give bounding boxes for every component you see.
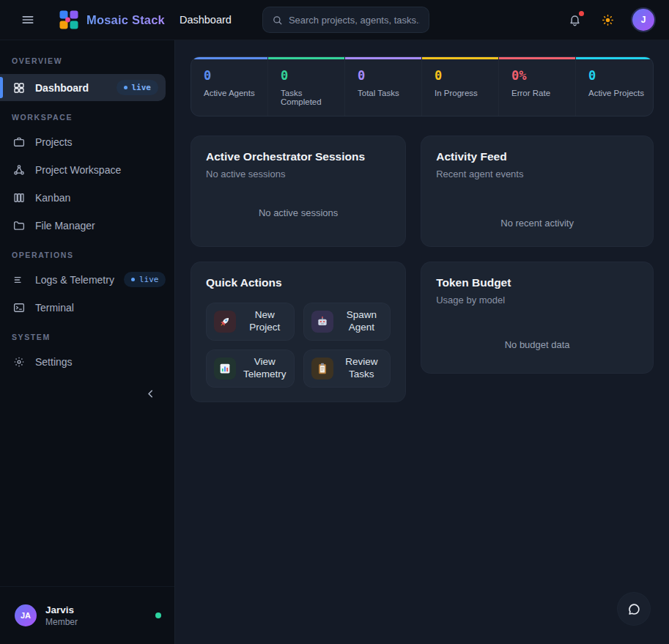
card-title: Active Orchestrator Sessions: [206, 150, 391, 163]
section-label-operations: OPERATIONS: [0, 245, 166, 265]
menu-toggle-button[interactable]: [18, 10, 38, 30]
live-badge: live: [124, 272, 166, 287]
chevron-left-icon: [144, 388, 157, 400]
hamburger-icon: [21, 12, 35, 27]
stat-label: Active Projects: [576, 89, 653, 97]
activity-feed-card: Activity Feed Recent agent events No rec…: [421, 136, 654, 247]
sidebar-nav: OVERVIEW .nav-item.active::before{backgr…: [0, 40, 174, 586]
sidebar-item-settings[interactable]: Settings: [0, 348, 166, 375]
section-label-system: SYSTEM: [0, 327, 166, 347]
main-content: 0 Active Agents 0 Tasks Completed 0 Tota…: [175, 40, 669, 644]
stats-row: 0 Active Agents 0 Tasks Completed 0 Tota…: [191, 56, 654, 116]
quick-actions-grid: New Project Spawn Agent View Telemetry: [206, 303, 391, 388]
chat-fab-button[interactable]: [617, 592, 651, 626]
stat-value: 0%: [499, 68, 575, 83]
stat-value: 0: [576, 68, 653, 83]
network-nodes-icon: [12, 163, 26, 177]
sidebar-item-label: Terminal: [35, 302, 158, 314]
card-subtitle: Recent agent events: [436, 169, 638, 179]
user-avatar[interactable]: J: [632, 9, 654, 31]
stat-accent-bar: [191, 57, 267, 59]
clipboard-icon: [311, 358, 333, 380]
sidebar-item-project-workspace[interactable]: Project Workspace: [0, 156, 166, 183]
chat-bubble-icon: [627, 602, 642, 617]
global-search[interactable]: [262, 7, 429, 33]
stat-label: Tasks Completed: [268, 89, 344, 106]
dashboard-grid-icon: [12, 81, 26, 95]
quick-actions-card: Quick Actions New Project Spawn Agent: [191, 262, 406, 402]
sidebar-item-label: Logs & Telemetry: [35, 274, 114, 286]
online-status-dot: [155, 612, 161, 618]
card-title: Token Budget: [436, 276, 638, 289]
stat-active-projects: 0 Active Projects: [576, 57, 653, 116]
user-initials-avatar: JA: [15, 604, 37, 626]
stat-value: 0: [191, 68, 267, 83]
user-profile[interactable]: JA Jarvis Member: [0, 586, 174, 644]
section-label-workspace: WORKSPACE: [0, 107, 166, 127]
stat-value: 0: [268, 68, 344, 83]
stat-accent-bar: [268, 57, 344, 59]
live-badge: live: [117, 80, 159, 95]
stat-active-agents: 0 Active Agents: [191, 57, 268, 116]
sidebar-item-label: Project Workspace: [35, 164, 158, 176]
sidebar-item-label: Settings: [35, 356, 158, 368]
stat-label: Total Tasks: [345, 89, 421, 97]
breadcrumb: Dashboard: [180, 14, 232, 26]
sidebar-item-kanban[interactable]: Kanban: [0, 184, 166, 211]
action-label: New Project: [243, 309, 287, 334]
card-title: Activity Feed: [436, 150, 638, 163]
app-title: Mosaic Stack: [86, 13, 165, 27]
action-label: Spawn Agent: [341, 309, 383, 334]
dashboard-cards-grid: Active Orchestrator Sessions No active s…: [191, 136, 654, 402]
theme-toggle-button[interactable]: [596, 9, 619, 32]
sidebar-item-label: File Manager: [35, 220, 158, 232]
mosaic-logo-icon: [59, 10, 79, 30]
review-tasks-button[interactable]: Review Tasks: [303, 349, 391, 388]
sidebar-collapse-button[interactable]: [141, 385, 160, 403]
section-label-overview: OVERVIEW: [0, 51, 166, 71]
stat-value: 0: [422, 68, 498, 83]
bar-chart-icon: [214, 358, 236, 380]
notifications-button[interactable]: [563, 9, 586, 32]
orchestrator-sessions-card: Active Orchestrator Sessions No active s…: [191, 136, 406, 247]
sidebar-item-projects[interactable]: Projects: [0, 128, 166, 155]
empty-state-text: No active sessions: [206, 207, 391, 218]
empty-state-text: No recent activity: [436, 218, 638, 229]
card-title: Quick Actions: [206, 276, 391, 289]
stat-error-rate: 0% Error Rate: [499, 57, 576, 116]
action-label: View Telemetry: [243, 356, 287, 381]
search-icon: [272, 15, 283, 26]
stat-total-tasks: 0 Total Tasks: [345, 57, 422, 116]
stat-label: Error Rate: [499, 89, 575, 97]
sidebar-item-label: Projects: [35, 136, 158, 148]
briefcase-icon: [12, 136, 26, 149]
sidebar-item-label: Dashboard: [35, 82, 107, 94]
sidebar-item-logs-telemetry[interactable]: Logs & Telemetry live: [0, 266, 166, 293]
sidebar-item-file-manager[interactable]: File Manager: [0, 212, 166, 239]
live-badge-label: live: [139, 275, 159, 284]
user-role: Member: [45, 617, 147, 627]
kanban-columns-icon: [12, 191, 26, 204]
top-bar: Mosaic Stack Dashboard J: [0, 0, 669, 40]
search-input[interactable]: [289, 15, 420, 26]
sidebar-item-terminal[interactable]: Terminal: [0, 294, 166, 321]
card-subtitle: Usage by model: [436, 295, 638, 306]
user-meta: Jarvis Member: [45, 604, 147, 627]
spawn-agent-button[interactable]: Spawn Agent: [303, 303, 391, 341]
empty-state-text: No budget data: [436, 339, 638, 350]
action-label: Review Tasks: [341, 356, 383, 381]
live-badge-label: live: [132, 83, 152, 92]
view-telemetry-button[interactable]: View Telemetry: [206, 349, 295, 388]
gear-icon: [12, 355, 26, 369]
terminal-icon: [12, 301, 26, 314]
token-budget-card: Token Budget Usage by model No budget da…: [421, 262, 654, 374]
stat-accent-bar: [422, 57, 498, 59]
stat-accent-bar: [499, 57, 575, 59]
new-project-button[interactable]: New Project: [206, 303, 295, 341]
stat-value: 0: [345, 68, 421, 83]
user-name: Jarvis: [45, 604, 147, 615]
sidebar-item-dashboard[interactable]: .nav-item.active::before{background:#4d8…: [0, 74, 166, 101]
notification-dot: [579, 11, 584, 16]
folder-icon: [12, 219, 26, 232]
card-subtitle: No active sessions: [206, 169, 391, 179]
